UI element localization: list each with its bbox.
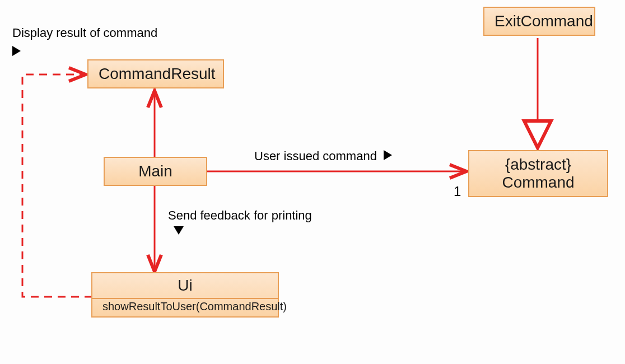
triangle-display-result	[12, 46, 21, 56]
edge-ui-commandresult-dashed	[22, 74, 92, 297]
class-command-box: {abstract} Command	[468, 150, 608, 197]
class-ui-box: Ui showResultToUser(CommandResult)	[91, 272, 279, 318]
class-command-label: Command	[477, 174, 599, 192]
class-commandresult-label: CommandResult	[99, 65, 216, 82]
class-ui-method: showResultToUser(CommandResult)	[102, 300, 268, 313]
triangle-user-issued	[384, 150, 392, 160]
class-main-label: Main	[138, 162, 172, 180]
class-exitcommand-label: ExitCommand	[495, 12, 593, 30]
class-ui-label: Ui	[102, 277, 268, 295]
class-exitcommand-box: ExitCommand	[483, 7, 595, 36]
label-user-issued: User issued command	[254, 149, 377, 164]
class-command-stereotype: {abstract}	[477, 156, 599, 174]
class-commandresult-box: CommandResult	[87, 59, 224, 88]
multiplicity-command: 1	[454, 184, 461, 199]
label-send-feedback: Send feedback for printing	[168, 208, 312, 223]
triangle-send-feedback	[174, 226, 184, 235]
label-display-result: Display result of command	[12, 26, 157, 40]
ui-compartment-divider	[92, 298, 278, 299]
class-main-box: Main	[104, 157, 207, 186]
